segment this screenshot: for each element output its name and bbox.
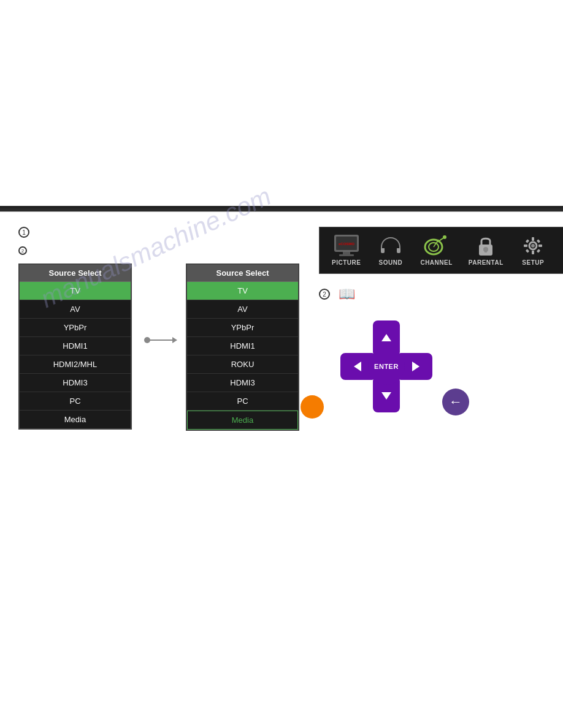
menu-item-sound-label: SOUND [379, 259, 403, 266]
dpad-up-arrow [381, 334, 391, 341]
dpad-section: ENTER ← [319, 311, 563, 422]
svg-rect-20 [538, 245, 542, 247]
source-item-hdmi1-right[interactable]: HDMI1 [187, 337, 298, 355]
svg-point-10 [443, 235, 446, 239]
source-menus: Source Select TV AV YPbPr HDMI1 HDMI2/MH… [18, 264, 301, 431]
svg-rect-5 [381, 248, 385, 253]
svg-rect-19 [524, 245, 527, 247]
svg-rect-23 [526, 249, 529, 252]
source-item-roku-right[interactable]: ROKU [187, 355, 298, 374]
menu-item-parental-label: PARENTAL [469, 259, 504, 266]
arrow-line [149, 339, 174, 341]
step2-hint-row: 2 📖 [319, 286, 563, 302]
setup-icon [519, 235, 546, 257]
right-panel: eCOSMO PICTURE SOUND [319, 227, 563, 431]
top-area [0, 0, 563, 208]
step2-hint-circle: 2 [319, 289, 330, 300]
source-item-hdmi2-left[interactable]: HDMI2/MHL [20, 355, 131, 374]
dpad-wrapper: ENTER ← [319, 311, 442, 422]
source-item-ypbpr-right[interactable]: YPbPr [187, 319, 298, 337]
source-item-hdmi1-left[interactable]: HDMI1 [20, 337, 131, 355]
source-menu-left-title: Source Select [20, 265, 131, 282]
dpad-down-arrow [381, 392, 391, 400]
source-item-tv-left[interactable]: TV [20, 282, 131, 300]
svg-rect-18 [532, 251, 534, 254]
dpad-enter[interactable]: ENTER [368, 348, 405, 385]
step1-indicator: 1 [18, 227, 301, 238]
svg-rect-17 [532, 237, 534, 241]
sound-icon [377, 235, 404, 257]
dpad-right-arrow [412, 362, 419, 371]
dpad-left-arrow [354, 362, 361, 371]
svg-text:eCOSMO: eCOSMO [339, 242, 354, 246]
step2-circle: 2 [18, 246, 27, 255]
back-arrow-icon: ← [449, 394, 462, 410]
source-menu-right: Source Select TV AV YPbPr HDMI1 ROKU HDM… [186, 264, 299, 431]
svg-rect-22 [537, 239, 540, 243]
source-item-tv-right[interactable]: TV [187, 282, 298, 300]
svg-rect-24 [537, 249, 540, 252]
menu-item-picture[interactable]: eCOSMO PICTURE [326, 232, 367, 268]
source-item-pc-right[interactable]: PC [187, 392, 298, 411]
divider-thin [0, 211, 563, 212]
source-menu-right-title: Source Select [187, 265, 298, 282]
source-item-hdmi3-left[interactable]: HDMI3 [20, 374, 131, 392]
source-item-hdmi3-right[interactable]: HDMI3 [187, 374, 298, 392]
svg-point-16 [531, 244, 535, 248]
orange-dot [301, 395, 324, 419]
svg-rect-3 [343, 252, 350, 254]
left-panel: 1 2 Source Select TV AV YPbPr HDMI1 HDMI… [18, 227, 301, 431]
source-item-media-left[interactable]: Media [20, 411, 131, 428]
source-item-media-right[interactable]: Media [187, 411, 298, 430]
channel-icon [423, 235, 450, 257]
source-item-av-left[interactable]: AV [20, 300, 131, 319]
source-item-pc-left[interactable]: PC [20, 392, 131, 411]
svg-rect-14 [484, 249, 487, 252]
menu-item-picture-label: PICTURE [332, 259, 361, 266]
menu-bar: eCOSMO PICTURE SOUND [319, 227, 563, 274]
source-item-ypbpr-left[interactable]: YPbPr [20, 319, 131, 337]
back-button[interactable]: ← [442, 389, 469, 415]
dpad-relative: ENTER ← [337, 317, 435, 415]
menu-item-channel-label: CHANNEL [420, 259, 452, 266]
picture-icon: eCOSMO [333, 235, 360, 257]
main-content: 1 2 Source Select TV AV YPbPr HDMI1 HDMI… [0, 214, 563, 443]
svg-rect-6 [397, 248, 400, 253]
dpad: ENTER ← [337, 317, 435, 415]
parental-icon [472, 235, 499, 257]
menu-item-channel[interactable]: CHANNEL [414, 232, 458, 268]
menu-item-others[interactable]: OTHERS [557, 232, 563, 268]
source-item-av-right[interactable]: AV [187, 300, 298, 319]
svg-rect-4 [339, 254, 354, 256]
step1-circle: 1 [18, 227, 29, 238]
arrow-connector [144, 337, 174, 343]
menu-item-sound[interactable]: SOUND [370, 232, 410, 268]
menu-item-setup-label: SETUP [522, 259, 544, 266]
svg-rect-21 [526, 239, 529, 243]
step2-indicator: 2 [18, 246, 301, 255]
menu-item-setup[interactable]: SETUP [513, 232, 553, 268]
menu-item-parental[interactable]: PARENTAL [462, 232, 510, 268]
source-menu-left: Source Select TV AV YPbPr HDMI1 HDMI2/MH… [18, 264, 132, 430]
book-icon: 📖 [339, 286, 355, 302]
